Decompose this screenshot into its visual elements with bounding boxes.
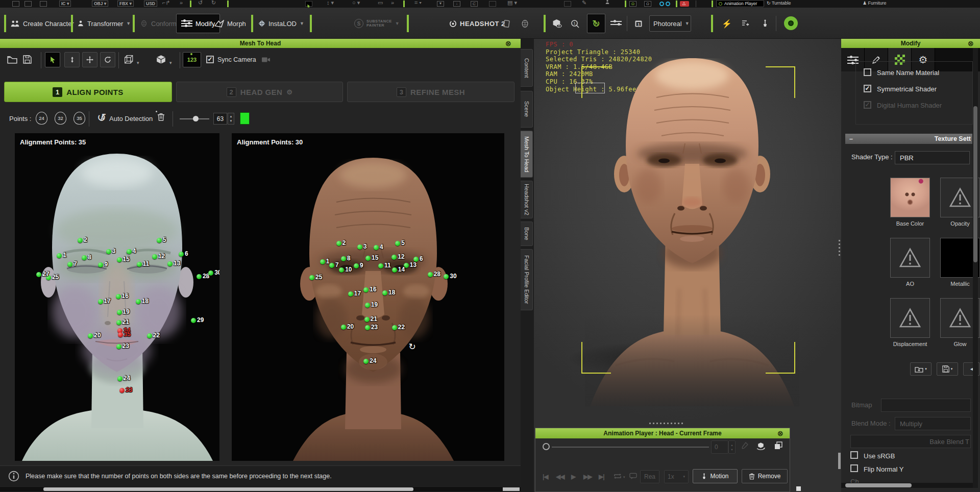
point-color-swatch[interactable] — [240, 112, 250, 125]
preview-cube-button[interactable] — [552, 14, 562, 33]
align-point-35[interactable] — [118, 332, 123, 337]
align-point-3[interactable] — [106, 249, 111, 254]
render-mode-select[interactable]: Photoreal▼ — [649, 15, 691, 32]
turntable-toggle[interactable]: ↻ Turntable — [767, 1, 791, 6]
align-point-27[interactable] — [36, 272, 41, 277]
load-texture-button[interactable]: ▾ — [910, 362, 932, 376]
preset-35-points-button[interactable]: 35 — [74, 112, 85, 125]
preset-24-points-button[interactable]: 24 — [36, 112, 47, 125]
render-settings-button[interactable] — [610, 14, 622, 33]
dock-tab-headshot-v2[interactable]: Headshot v2 — [521, 181, 533, 218]
align-point-22[interactable] — [392, 325, 397, 330]
align-point-7[interactable] — [329, 263, 334, 268]
wireframe-dropdown-icon[interactable]: ▾ — [137, 60, 139, 65]
rotate-view-tool[interactable] — [100, 52, 115, 67]
misc-tool3-icon[interactable]: ✎ — [582, 0, 586, 6]
checkbox-symmetrical-shader[interactable] — [864, 85, 871, 92]
align-point-3[interactable] — [357, 244, 362, 250]
save-project-icon[interactable] — [40, 1, 47, 7]
shader-type-select[interactable]: PBR — [895, 151, 970, 164]
dock-tab-bone[interactable]: Bone — [521, 222, 533, 246]
save-icon[interactable] — [23, 55, 32, 64]
align-point-33[interactable] — [119, 388, 125, 393]
undo-icon[interactable]: ↺ — [198, 0, 203, 6]
pan-tool[interactable] — [82, 52, 97, 67]
use-srgb-checkbox[interactable] — [850, 451, 858, 459]
align-point-6[interactable] — [179, 252, 184, 257]
morph-button[interactable]: Morph — [214, 14, 246, 33]
move-vertical-tool[interactable] — [64, 52, 80, 67]
right-splitter-handle[interactable] — [839, 240, 840, 256]
modify-close-icon[interactable]: ⊗ — [968, 39, 974, 47]
mesh-to-head-header[interactable]: Mesh To Head ⊗ — [0, 39, 521, 48]
export-obj-button[interactable]: OBJ ▾ — [92, 1, 108, 7]
edge-scroll-thumb[interactable] — [838, 453, 841, 469]
paint-button[interactable] — [762, 14, 769, 33]
library-icon[interactable]: ▤ ▾ — [507, 0, 517, 6]
align-point-23[interactable] — [365, 325, 370, 330]
dock-tab-scene[interactable]: Scene — [521, 91, 533, 128]
redo-icon[interactable]: ↻ — [211, 0, 216, 6]
pose-person-icon[interactable] — [605, 0, 610, 6]
align-point-19[interactable] — [117, 310, 122, 315]
duplicate-button[interactable] — [774, 441, 782, 450]
gizmo-icon[interactable]: ⌗ ▾ — [414, 0, 422, 6]
frame-button[interactable] — [634, 14, 643, 33]
point-size-stepper[interactable]: ▲▼ — [228, 113, 234, 125]
ic-import-button[interactable]: IC ▾ — [59, 1, 71, 7]
align-point-17[interactable] — [348, 291, 353, 297]
align-point-12[interactable] — [152, 254, 157, 259]
dock-in-icon[interactable]: ↓ — [453, 1, 460, 7]
slider-handle[interactable] — [193, 116, 199, 121]
misc-tool2-icon[interactable] — [564, 1, 571, 7]
open-icon[interactable] — [7, 56, 17, 64]
scale-tool-icon[interactable]: ▭ — [378, 0, 383, 6]
goggles-right-icon[interactable] — [666, 2, 670, 6]
align-point-17[interactable] — [98, 299, 103, 304]
stage-button-refine-mesh[interactable]: 3REFINE MESH — [347, 82, 514, 102]
stage-button-align-points[interactable]: 1ALIGN POINTS — [4, 82, 172, 102]
flip-normal-checkbox[interactable] — [850, 464, 858, 472]
instalod-button[interactable]: InstaLOD▼ — [258, 14, 304, 33]
align-point-11[interactable] — [137, 262, 142, 267]
align-point-9[interactable] — [354, 263, 359, 268]
timeline-track[interactable] — [552, 447, 709, 448]
align-point-23[interactable] — [116, 344, 121, 349]
open-project-icon[interactable] — [24, 1, 32, 7]
move-tool-icon[interactable]: ↕ ▾ — [327, 0, 334, 6]
panel-drag-handle[interactable] — [649, 423, 683, 424]
align-point-18[interactable] — [136, 299, 141, 304]
select-points-tool[interactable] — [45, 52, 60, 67]
texture-slot-displacement[interactable] — [890, 298, 930, 338]
motion-button[interactable]: Motion — [693, 469, 738, 483]
goggles-left-icon[interactable] — [659, 2, 664, 6]
dock-tab-mesh-to-head[interactable]: Mesh To Head — [521, 131, 533, 178]
texture-settings-section[interactable]: – Texture Sett — [845, 134, 972, 144]
align-point-4[interactable] — [374, 245, 379, 250]
close-icon[interactable]: ⊗ — [505, 39, 511, 47]
modify-h-scroll-thumb[interactable] — [845, 483, 912, 487]
sync-camera-checkbox[interactable] — [206, 56, 214, 63]
align-point-20[interactable] — [341, 325, 346, 330]
remove-button[interactable]: Remove — [742, 469, 788, 483]
align-point-2[interactable] — [336, 241, 341, 246]
main-3d-viewport[interactable]: FPS : 0Project Triangle : 25340Selected … — [534, 39, 841, 492]
log-button[interactable] — [741, 14, 749, 33]
shaded-dropdown-icon[interactable]: ▾ — [169, 60, 172, 65]
delete-points-button[interactable] — [157, 112, 165, 121]
export-fbx-button[interactable]: FBX ▾ — [117, 1, 134, 7]
lighting-button[interactable]: ⚡ — [722, 14, 732, 33]
transformer-button[interactable]: Transformer▼ — [77, 14, 131, 33]
show-numbers-toggle[interactable]: 123 — [183, 52, 201, 67]
dock-tab-content[interactable]: Content — [521, 49, 533, 87]
misc-tool-icon[interactable] — [489, 1, 496, 7]
shaded-mode-button[interactable] — [156, 55, 166, 64]
more-transform-icon[interactable]: » — [391, 0, 394, 6]
texture-slot-base-color[interactable] — [890, 178, 930, 217]
furniture-label[interactable]: ♟ Furniture — [863, 1, 887, 6]
texture-slot-ao[interactable] — [890, 238, 930, 278]
target-head-viewport[interactable]: Alignment Points: 35 — [15, 133, 219, 461]
align-point-21[interactable] — [116, 320, 121, 325]
record-button[interactable]: △ — [680, 1, 689, 7]
auto-detection-icon[interactable]: ↺A — [97, 111, 106, 124]
